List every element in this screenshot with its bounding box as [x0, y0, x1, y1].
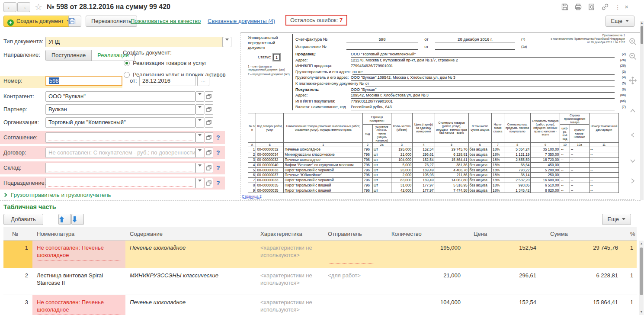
forward-button[interactable]: →: [17, 2, 30, 12]
contract-open-button[interactable]: [205, 148, 213, 158]
price-cell[interactable]: 296,61: [469, 268, 546, 295]
scroll-down-icon[interactable]: [628, 157, 638, 167]
agreement-input[interactable]: [45, 132, 195, 143]
zoom-out-icon[interactable]: [628, 52, 638, 62]
more-button-top[interactable]: Еще: [606, 16, 634, 27]
department-help-icon[interactable]: ?: [216, 180, 220, 186]
col-header-num[interactable]: №: [3, 231, 32, 237]
percent-cell[interactable]: 1: [626, 295, 637, 315]
counterparty-dropdown-button[interactable]: [195, 91, 204, 102]
department-input[interactable]: [45, 178, 195, 188]
scroll-right-icon[interactable]: [628, 177, 638, 187]
quantity-cell[interactable]: 195,000: [387, 241, 469, 268]
add-button[interactable]: Добавить: [3, 214, 43, 225]
warehouse-open-button[interactable]: [205, 163, 213, 173]
scroll-up-icon[interactable]: [628, 106, 638, 117]
save-icon[interactable]: [561, 3, 569, 11]
warehouse-input[interactable]: [45, 163, 195, 173]
grid-row[interactable]: 2 Лестница винтовая Spiral Staircase II …: [3, 268, 637, 295]
contract-input[interactable]: Не сопоставлен: С покупателем - руб.; по…: [45, 148, 195, 158]
organization-dropdown-button[interactable]: [195, 117, 204, 128]
partner-input[interactable]: Вулкан: [45, 104, 195, 115]
invoice-cell: шт: [372, 157, 391, 162]
counterparty-open-button[interactable]: [205, 91, 213, 102]
shipper-section-toggle[interactable]: Грузоотправитель и грузополучатель: [3, 192, 111, 198]
number-input[interactable]: 598: [45, 76, 122, 86]
date-input[interactable]: 28.12.2016: [139, 76, 195, 86]
more-menu-icon[interactable]: ⋮: [615, 3, 619, 11]
organization-open-button[interactable]: [205, 117, 213, 128]
create-document-button[interactable]: +Создать документ: [3, 16, 75, 27]
print-icon[interactable]: [574, 3, 582, 11]
content-cell[interactable]: МИНИКРУЗССЭНЫ классические: [125, 268, 256, 295]
price-cell[interactable]: 152,54: [469, 295, 546, 315]
grid-row[interactable]: 3 Не сопоставлен: Печенье шоколадное Печ…: [3, 295, 637, 315]
zoom-in-icon[interactable]: [628, 37, 638, 48]
col-header-sum[interactable]: Сумма: [546, 231, 626, 237]
counterparty-input[interactable]: ООО "Вулкан": [45, 91, 195, 102]
quantity-cell[interactable]: 104,000: [387, 295, 469, 315]
percent-cell[interactable]: 1: [626, 268, 637, 295]
back-button[interactable]: ←: [3, 2, 16, 12]
partner-dropdown-button[interactable]: [195, 104, 204, 115]
scroll-up-arrow[interactable]: ▲: [639, 241, 644, 246]
link-icon[interactable]: [601, 3, 609, 11]
save-button[interactable]: [68, 16, 81, 27]
department-open-button[interactable]: [205, 178, 213, 188]
date-picker-button[interactable]: ...: [197, 76, 209, 86]
sender-cell[interactable]: [324, 295, 387, 315]
scroll-left-icon[interactable]: [628, 131, 638, 141]
warehouse-help-icon[interactable]: ?: [216, 164, 220, 171]
grid-row[interactable]: 1 Не сопоставлен: Печенье шоколадное Печ…: [3, 241, 637, 268]
move-down-button[interactable]: [71, 214, 84, 225]
nomenclature-cell-error[interactable]: Не сопоставлен: Печенье шоколадное: [32, 295, 125, 315]
scrollbar-thumb[interactable]: [640, 248, 643, 295]
scrollbar-thumb[interactable]: [641, 26, 643, 44]
form-scrollbar[interactable]: ▲: [640, 21, 644, 200]
department-dropdown-button[interactable]: [195, 178, 204, 188]
nomenclature-cell-error[interactable]: Не сопоставлен: Печенье шоколадное: [32, 241, 125, 268]
col-header-percent[interactable]: %: [626, 231, 637, 237]
direction-option-postuplenie[interactable]: Поступление: [46, 50, 92, 61]
sum-cell[interactable]: 6 228,81: [546, 268, 626, 295]
favorite-star-icon[interactable]: ☆: [35, 2, 42, 12]
refill-button[interactable]: Перезаполнить: [86, 16, 137, 27]
agreement-help-icon[interactable]: ?: [216, 134, 220, 141]
percent-cell[interactable]: 1: [626, 241, 637, 268]
more-button-grid[interactable]: Еще: [602, 214, 631, 225]
warehouse-dropdown-button[interactable]: [195, 163, 204, 173]
scroll-up-arrow[interactable]: ▲: [640, 21, 644, 25]
organization-input[interactable]: Торговый дом "Комплексный": [45, 117, 195, 128]
doc-type-input[interactable]: УПД: [45, 37, 223, 47]
agreement-open-button[interactable]: [205, 132, 213, 143]
price-cell[interactable]: 152,54: [469, 241, 546, 268]
move-up-button[interactable]: [58, 214, 71, 225]
partner-open-button[interactable]: [205, 104, 213, 115]
sum-cell[interactable]: 15 864,41: [546, 295, 626, 315]
quantity-cell[interactable]: 21,000: [387, 268, 469, 295]
agreement-dropdown-button[interactable]: [195, 132, 204, 143]
preview-icon[interactable]: [588, 3, 596, 11]
col-header-price[interactable]: Цена: [469, 231, 546, 237]
related-documents-link[interactable]: Связанные документы (4): [208, 18, 275, 24]
content-cell[interactable]: Печенье шоколадное: [125, 295, 256, 315]
col-header-quantity[interactable]: Количество: [387, 231, 469, 237]
content-cell[interactable]: Печенье шоколадное: [125, 241, 256, 268]
col-header-nomenclature[interactable]: Номенклатура: [32, 231, 125, 237]
contract-dropdown-button[interactable]: [195, 148, 204, 158]
pan-icon[interactable]: [628, 76, 638, 87]
sender-cell[interactable]: [324, 241, 387, 268]
doc-type-dropdown-button[interactable]: [223, 37, 231, 47]
scroll-down-arrow[interactable]: ▼: [639, 310, 644, 314]
grid-scrollbar[interactable]: ▲ ▼: [639, 241, 644, 315]
sum-cell[interactable]: 29 745,76: [546, 241, 626, 268]
sender-cell[interactable]: <для работ>: [324, 268, 387, 295]
col-header-characteristic[interactable]: Характеристика: [256, 231, 324, 237]
nomenclature-cell[interactable]: Лестница винтовая Spiral Staircase II: [32, 268, 125, 295]
quality-complaint-link[interactable]: Пожаловаться на качество: [131, 18, 201, 24]
col-header-content[interactable]: Содержание: [125, 231, 256, 237]
close-icon[interactable]: ×: [625, 3, 628, 11]
contract-help-icon[interactable]: ?: [216, 149, 220, 156]
col-header-sender[interactable]: Отправитель: [324, 231, 387, 237]
radio-goods-services[interactable]: Реализация товаров и услуг: [124, 60, 207, 66]
